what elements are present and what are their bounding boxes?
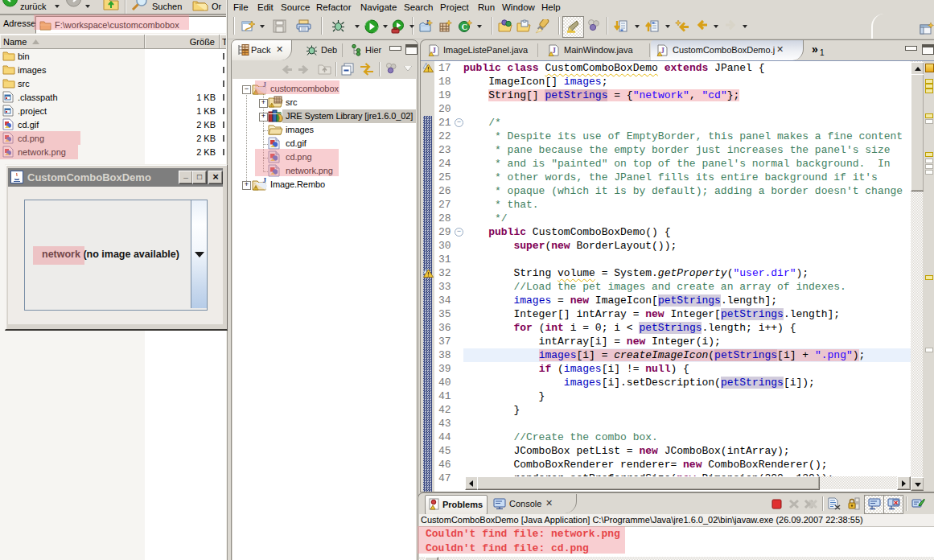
expander-expand[interactable]: + [259, 99, 268, 108]
menu-edit[interactable]: Edit [257, 2, 274, 12]
code-line-33[interactable]: //Load the pet images and create an arra… [463, 280, 846, 294]
code-line-30[interactable]: super(new BorderLayout()); [463, 239, 677, 253]
menu-window[interactable]: Window [502, 2, 535, 12]
open-type-button[interactable] [498, 19, 513, 32]
column-header-size[interactable]: Größe [145, 35, 220, 49]
code-line-23[interactable]: * pane because the empty border just inc… [463, 143, 891, 157]
up-one-level-icon[interactable] [103, 0, 119, 10]
menu-help[interactable]: Help [541, 2, 561, 12]
new-class-button-dropdown[interactable] [477, 25, 482, 28]
overview-mark-warning[interactable] [925, 113, 933, 118]
new-java-project-button[interactable]: J [419, 19, 434, 33]
back-button-label[interactable]: zurück [20, 2, 46, 11]
search-button[interactable] [535, 19, 549, 34]
link-with-editor-button[interactable] [359, 63, 375, 76]
maximize-button[interactable]: □ [192, 171, 207, 184]
code-line-45[interactable]: JComboBox petList = new JComboBox(intArr… [463, 444, 790, 458]
code-line-22[interactable]: * Despite its use of EmptyBorder, this p… [463, 130, 903, 143]
overview-mark-other[interactable] [925, 164, 933, 169]
scroll-down-button[interactable] [911, 477, 924, 491]
tree-item-cd.png[interactable]: cd.png [232, 150, 416, 164]
code-line-39[interactable]: if (images[i] != null) { [463, 362, 689, 376]
back-history-button-dropdown[interactable] [714, 25, 718, 28]
scroll-right-button[interactable] [897, 476, 911, 490]
tab-close-icon[interactable]: ✕ [276, 44, 283, 55]
console-horizontal-scrollbar[interactable] [419, 557, 934, 560]
overview-mark-warning[interactable] [925, 84, 933, 89]
code-line-40[interactable]: images[i].setDescription(petStrings[i]); [463, 376, 815, 389]
editor-tab-customcomboboxdemo[interactable]: JCustomComboBoxDemo.j✕ [651, 40, 804, 60]
tab-debug[interactable]: Deb [302, 40, 341, 60]
menu-project[interactable]: Project [440, 2, 469, 12]
code-line-46[interactable]: ComboBoxRenderer renderer= new ComboBoxR… [463, 458, 827, 471]
mark-occurrences-toggle[interactable] [562, 16, 584, 38]
view-menu-button[interactable] [385, 63, 397, 74]
file-row-images[interactable]: images [0, 63, 228, 76]
view-menu-dropdown[interactable] [404, 66, 412, 71]
code-line-38[interactable]: images[i] = createImageIcon(petStrings[i… [463, 348, 865, 362]
occurrences-button[interactable] [586, 19, 600, 31]
tree-up-button[interactable] [318, 63, 331, 75]
expander-expand[interactable]: + [259, 113, 268, 121]
menu-source[interactable]: Source [281, 2, 310, 12]
next-annotation-button[interactable] [614, 19, 627, 33]
back-history-button[interactable] [694, 19, 708, 31]
code-line-21[interactable]: /* [463, 116, 501, 130]
tab-problems[interactable]: Problems [425, 495, 488, 515]
tab-package-explorer[interactable]: Pack✕ [232, 40, 292, 60]
previous-annotation-button-dropdown[interactable] [665, 25, 670, 28]
code-line-25[interactable]: * other words, the JPanel fills its enti… [463, 171, 878, 184]
code-line-27[interactable]: * that. [463, 198, 539, 212]
code-line-42[interactable]: } [463, 403, 520, 417]
code-line-18[interactable]: ImageIcon[] images; [463, 75, 607, 89]
expander-collapse[interactable]: − [242, 85, 251, 94]
view-maximize-button[interactable] [405, 44, 418, 55]
back-icon[interactable] [2, 0, 18, 9]
forward-history-button[interactable] [725, 19, 739, 31]
horizontal-scroll-thumb[interactable] [477, 476, 820, 490]
debug-button[interactable] [331, 19, 345, 33]
scroll-lock-button[interactable] [848, 497, 860, 510]
forward-history-button-dropdown[interactable] [743, 25, 747, 28]
code-line-41[interactable]: } [463, 389, 545, 403]
show-when-output-toggle[interactable] [883, 495, 903, 514]
vertical-scrollbar[interactable] [911, 61, 923, 490]
overview-mark-other[interactable] [925, 159, 933, 163]
overview-mark-warning[interactable] [925, 275, 933, 280]
overview-mark-other[interactable] [925, 119, 933, 124]
file-row-cd.png[interactable]: cd.png2 KB [0, 131, 228, 145]
tab-close-icon[interactable]: ✕ [776, 44, 784, 55]
tree-forward-button[interactable] [298, 64, 311, 75]
run-button-dropdown[interactable] [383, 25, 388, 28]
tree-item-Image.Rembo[interactable]: +JImage.Rembo [232, 178, 416, 191]
tree-item-images[interactable]: images [232, 123, 416, 137]
menu-run[interactable]: Run [478, 2, 495, 12]
column-header-name[interactable]: Name [0, 35, 145, 49]
file-row-.project[interactable]: .project1 KB [0, 104, 228, 117]
view-minimize-button[interactable] [389, 46, 401, 51]
back-dropdown-arrow[interactable] [55, 5, 60, 8]
open-perspective-button[interactable] [920, 22, 934, 35]
menu-file[interactable]: File [233, 2, 249, 12]
new-wizard-button-dropdown[interactable] [260, 25, 265, 28]
file-row-network.png[interactable]: network.png2 KB [0, 145, 228, 159]
tree-back-button[interactable] [280, 64, 293, 75]
open-console-button[interactable] [911, 497, 925, 509]
remove-all-terminated-button[interactable] [804, 499, 817, 509]
previous-annotation-button[interactable] [645, 19, 659, 33]
editor-tab-mainwindow[interactable]: JMainWindow.java [548, 40, 649, 60]
tree-item-network.png[interactable]: network.png [232, 164, 416, 178]
remove-launch-button[interactable] [788, 499, 800, 509]
open-resource-button[interactable] [516, 19, 532, 32]
code-line-17[interactable]: public class CustomComboBoxDemo extends … [463, 61, 765, 75]
pin-console-toggle[interactable] [864, 495, 884, 514]
tab-console[interactable]: Console✕ [488, 494, 577, 513]
overview-mark-warning[interactable] [925, 79, 933, 84]
forward-dropdown-arrow[interactable] [85, 5, 90, 8]
last-edit-location-button[interactable] [675, 19, 689, 32]
horizontal-scrollbar[interactable] [465, 476, 909, 489]
close-button[interactable]: × [208, 171, 223, 184]
code-line-24[interactable]: * and is "painted" on top of the panel's… [463, 157, 891, 171]
package-explorer-tree[interactable]: −Jcustomcombobox+src+JRE System Library … [232, 79, 416, 560]
new-class-button[interactable]: C [459, 19, 473, 33]
